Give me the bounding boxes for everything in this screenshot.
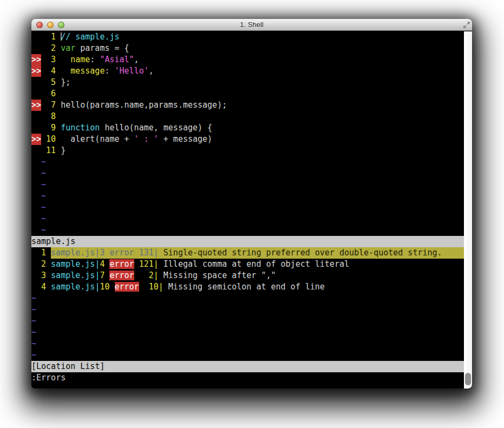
buffer-line: 8: [31, 111, 464, 122]
buffer-line[interactable]: 3 sample.js|7 error 2| Missing space aft…: [31, 270, 464, 281]
line-text: }: [61, 145, 464, 156]
scrollbar-track[interactable]: [464, 31, 472, 389]
code-segment: hello(params.name,params.message);: [61, 100, 227, 110]
line-text: ~: [41, 156, 464, 168]
sign-column: [31, 77, 41, 88]
code-segment: ,: [134, 55, 139, 64]
line-text: ~: [31, 293, 464, 304]
buffer-line: 1 // sample.js: [31, 31, 464, 43]
code-segment: var: [61, 43, 75, 53]
selected-line[interactable]: 1 sample.js|3 error 131| Single-quoted s…: [31, 247, 464, 259]
line-number: 5: [41, 77, 56, 88]
code-segment: ' : ': [134, 134, 159, 144]
code-segment: [109, 282, 114, 292]
error-badge: error: [115, 282, 139, 292]
code-segment: name: [70, 55, 90, 64]
filler-line: ~: [31, 179, 464, 190]
code-segment: [61, 66, 70, 76]
tilde-icon: ~: [41, 214, 46, 223]
tilde-icon: ~: [31, 350, 36, 360]
code-segment: 10: [144, 282, 159, 292]
gutter-space: [56, 77, 61, 88]
code-segment: [139, 282, 144, 292]
gutter-space: [56, 134, 61, 145]
code-segment: [61, 55, 70, 64]
buffer-line[interactable]: 4 sample.js|10 error 10| Missing semicol…: [31, 281, 464, 293]
filler-line: ~: [31, 293, 464, 304]
line-number: 1: [31, 247, 46, 259]
editor-status-bar: sample.js: [31, 236, 464, 247]
line-text: ~: [41, 202, 464, 213]
sign-column: [31, 179, 41, 190]
line-text: ~: [41, 168, 464, 179]
line-number: 3: [41, 54, 56, 65]
line-number: 6: [41, 88, 56, 100]
tilde-icon: ~: [41, 191, 46, 201]
line-text: };: [61, 77, 464, 88]
gutter-space: [56, 65, 61, 77]
code-segment: [134, 271, 139, 280]
code-segment: Missing space after ",": [159, 271, 276, 280]
tilde-icon: ~: [41, 168, 46, 178]
line-text: ~: [31, 315, 464, 327]
sign-column: [31, 88, 41, 100]
code-segment: |: [159, 282, 163, 292]
line-number: 9: [41, 122, 56, 134]
code-segment: }: [61, 146, 66, 155]
gutter-space: [56, 145, 61, 156]
sign-marker: >>: [31, 100, 41, 111]
tilde-icon: ~: [31, 316, 36, 326]
gutter-space: [56, 100, 61, 111]
gutter-space: [56, 43, 61, 54]
tilde-icon: ~: [31, 305, 36, 314]
line-text: // sample.js: [61, 31, 464, 43]
line-text: [61, 88, 464, 100]
filler-line: ~: [31, 304, 464, 315]
sign-column: [31, 111, 41, 122]
error-badge: error: [109, 271, 134, 280]
resize-icon[interactable]: [463, 21, 470, 29]
buffer-line: 6: [31, 88, 464, 100]
sign-column: [31, 122, 41, 134]
tilde-icon: ~: [41, 180, 46, 189]
scrollbar-thumb[interactable]: [465, 373, 471, 385]
error-badge: error: [109, 259, 134, 269]
line-number: 1: [41, 31, 56, 43]
line-number: 2: [41, 43, 56, 54]
line-text: name: "Asial",: [61, 54, 464, 65]
tilde-icon: ~: [41, 157, 46, 167]
code-segment: sample.js: [51, 259, 95, 269]
gutter-space: [46, 247, 51, 259]
line-text: var params = {: [61, 43, 464, 54]
code-segment: // sample.js: [61, 32, 119, 42]
code-segment: 2: [139, 271, 154, 280]
title-bar[interactable]: 1. Shell: [31, 19, 472, 31]
window-title: 1. Shell: [31, 21, 472, 29]
code-segment: ,: [149, 66, 154, 76]
buffer-line: >>7 hello(params.name,params.message);: [31, 100, 464, 111]
line-text: sample.js|7 error 2| Missing space after…: [51, 270, 464, 281]
editor-window: 1 // sample.js 2 var params = {>>3 name:…: [31, 31, 464, 236]
gutter-space: [46, 270, 51, 281]
sign-column: [31, 156, 41, 168]
buffer-line[interactable]: 2 sample.js|4 error 121| Illegal comma a…: [31, 259, 464, 270]
gutter-space: [46, 259, 51, 270]
line-number: 4: [41, 65, 56, 77]
line-text: ~: [31, 350, 464, 361]
sign-marker: >>: [31, 54, 41, 65]
line-text: sample.js|10 error 10| Missing semicolon…: [51, 281, 464, 293]
gutter-space: [56, 88, 61, 100]
line-text: sample.js|3 error 131| Single-quoted str…: [51, 247, 464, 259]
tilde-icon: ~: [41, 202, 46, 212]
line-text: message: 'Hello',: [61, 65, 464, 77]
buffer-line: >>3 name: "Asial",: [31, 54, 464, 65]
sign-marker: >>: [31, 134, 41, 145]
buffer-line: 2 var params = {: [31, 43, 464, 54]
code-segment: Single-quoted string preferred over doub…: [163, 248, 442, 258]
filler-line: ~: [31, 156, 464, 168]
command-line[interactable]: :Errors: [31, 372, 464, 384]
line-text: ~: [31, 327, 464, 338]
code-segment: Illegal comma at end of object literal: [159, 259, 349, 269]
gutter-space: [46, 281, 51, 293]
sign-marker: >>: [31, 65, 41, 77]
